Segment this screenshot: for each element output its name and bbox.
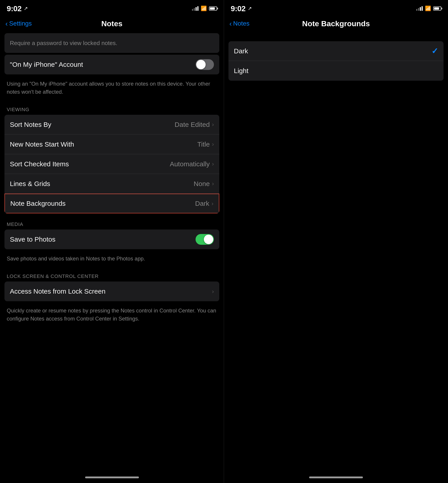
save-to-photos-label: Save to Photos: [10, 236, 196, 243]
lines-grids-chevron: ›: [212, 180, 214, 187]
back-label-left: Settings: [9, 20, 32, 27]
content-left: Require a password to view locked notes.…: [0, 33, 224, 472]
password-description: Require a password to view locked notes.: [10, 35, 214, 51]
lock-screen-section-label: LOCK SCREEN & CONTROL CENTER: [0, 267, 224, 281]
status-bar-right: 9:02 ↗ 📶: [224, 0, 448, 15]
back-chevron-left: ‹: [5, 19, 8, 28]
back-label-right: Notes: [233, 20, 249, 27]
password-group: Require a password to view locked notes.: [4, 33, 219, 53]
light-option-label: Light: [234, 67, 248, 75]
lines-grids-value: None: [194, 180, 210, 188]
home-indicator-right: [224, 472, 448, 483]
save-to-photos-knob: [204, 235, 213, 244]
save-to-photos-toggle[interactable]: [196, 234, 214, 245]
signal-icon-right: [416, 6, 423, 11]
viewing-section-label: VIEWING: [0, 100, 224, 115]
password-description-item: Require a password to view locked notes.: [4, 33, 219, 53]
dark-option-label: Dark: [234, 47, 248, 55]
access-notes-lock-screen-label: Access Notes from Lock Screen: [10, 287, 212, 295]
note-backgrounds-value: Dark: [195, 200, 209, 207]
sort-checked-items-label: Sort Checked Items: [10, 160, 170, 168]
sort-notes-by-label: Sort Notes By: [10, 121, 175, 128]
page-title-left: Notes: [41, 19, 183, 28]
sort-checked-items-chevron: ›: [212, 161, 214, 167]
new-notes-start-with-item[interactable]: New Notes Start With Title ›: [4, 134, 219, 154]
on-my-iphone-label: "On My iPhone" Account: [10, 61, 196, 68]
sort-notes-by-item[interactable]: Sort Notes By Date Edited ›: [4, 115, 219, 134]
content-right: Dark ✓ Light: [224, 33, 448, 472]
status-bar-left: 9:02 ↗ 📶: [0, 0, 224, 15]
lines-grids-label: Lines & Grids: [10, 180, 194, 188]
toggle-knob: [196, 60, 206, 69]
new-notes-start-with-chevron: ›: [212, 141, 214, 148]
home-bar-left: [85, 476, 139, 478]
note-backgrounds-item[interactable]: Note Backgrounds Dark ›: [4, 194, 219, 213]
on-my-iphone-toggle[interactable]: [196, 59, 214, 70]
time-left: 9:02: [7, 4, 22, 13]
sort-checked-items-item[interactable]: Sort Checked Items Automatically ›: [4, 154, 219, 174]
status-icons-left: 📶: [192, 6, 217, 11]
dark-option-checkmark: ✓: [432, 46, 438, 56]
note-backgrounds-chevron: ›: [211, 200, 214, 207]
note-backgrounds-label: Note Backgrounds: [10, 200, 195, 207]
back-button-right[interactable]: ‹ Notes: [229, 19, 265, 28]
save-to-photos-item[interactable]: Save to Photos: [4, 229, 219, 249]
sort-checked-items-value: Automatically: [170, 160, 210, 168]
location-icon-right: ↗: [248, 6, 252, 11]
home-bar-right: [309, 476, 363, 478]
on-my-iphone-item[interactable]: "On My iPhone" Account: [4, 55, 219, 74]
signal-icon-left: [192, 6, 199, 11]
nav-bar-right: ‹ Notes Note Backgrounds: [224, 15, 448, 33]
left-panel: 9:02 ↗ 📶 ‹ Settings Notes R: [0, 0, 224, 483]
right-panel: 9:02 ↗ 📶 ‹ Notes Note Backgrounds: [224, 0, 448, 483]
wifi-icon-left: 📶: [201, 6, 207, 11]
time-right: 9:02: [231, 4, 246, 13]
lines-grids-item[interactable]: Lines & Grids None ›: [4, 174, 219, 194]
battery-icon-left: [209, 7, 217, 10]
battery-icon-right: [433, 7, 441, 10]
on-my-iphone-group: "On My iPhone" Account: [4, 55, 219, 74]
options-group: Dark ✓ Light: [228, 41, 444, 81]
sort-notes-by-chevron: ›: [212, 121, 214, 128]
media-description: Save photos and videos taken in Notes to…: [0, 251, 224, 267]
media-section-label: MEDIA: [0, 215, 224, 229]
new-notes-start-with-value: Title: [197, 140, 210, 148]
home-indicator-left: [0, 472, 224, 483]
dark-option-item[interactable]: Dark ✓: [228, 41, 444, 61]
lock-screen-description: Quickly create or resume notes by pressi…: [0, 303, 224, 327]
sort-notes-by-value: Date Edited: [175, 121, 210, 128]
nav-bar-left: ‹ Settings Notes: [0, 15, 224, 33]
access-notes-lock-screen-chevron: ›: [212, 288, 214, 295]
media-group: Save to Photos: [4, 229, 219, 249]
status-icons-right: 📶: [416, 6, 441, 11]
access-notes-lock-screen-item[interactable]: Access Notes from Lock Screen ›: [4, 281, 219, 301]
new-notes-start-with-label: New Notes Start With: [10, 140, 197, 148]
back-button-left[interactable]: ‹ Settings: [5, 19, 41, 28]
lock-screen-group: Access Notes from Lock Screen ›: [4, 281, 219, 301]
wifi-icon-right: 📶: [425, 6, 431, 11]
top-spacer: [224, 33, 448, 37]
light-option-item[interactable]: Light: [228, 61, 444, 81]
page-title-right: Note Backgrounds: [265, 19, 407, 28]
location-icon-left: ↗: [24, 6, 28, 11]
on-my-iphone-description: Using an "On My iPhone" account allows y…: [0, 76, 224, 100]
viewing-group: Sort Notes By Date Edited › New Notes St…: [4, 115, 219, 213]
back-chevron-right: ‹: [229, 19, 232, 28]
